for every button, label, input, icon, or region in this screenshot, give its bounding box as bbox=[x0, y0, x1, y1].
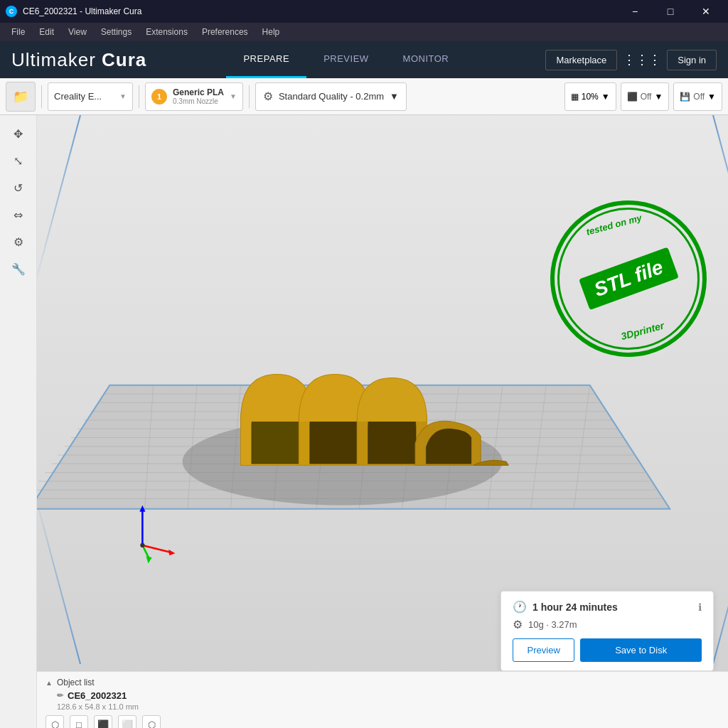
time-label: 1 hour 24 minutes bbox=[532, 601, 692, 613]
per-model-settings-button[interactable]: ⚙ bbox=[6, 229, 31, 255]
svg-marker-35 bbox=[146, 556, 151, 563]
material-name: Generic PLA bbox=[173, 87, 224, 97]
mirror-tool-button[interactable]: ⇔ bbox=[6, 202, 31, 228]
tab-monitor[interactable]: MONITOR bbox=[386, 41, 466, 78]
weight-label: 10g · 3.27m bbox=[528, 619, 577, 630]
scale-tool-button[interactable]: ⤡ bbox=[6, 148, 31, 173]
toolbar: 📁 Creality E... ▼ 1 Generic PLA 0.3mm No… bbox=[0, 78, 728, 115]
infill-icon: ▦ bbox=[571, 92, 579, 102]
nozzle-info: Generic PLA 0.3mm Nozzle bbox=[173, 87, 224, 105]
separator-1 bbox=[41, 85, 42, 108]
title-bar-controls: − □ ✕ bbox=[619, 0, 722, 23]
grid-icon[interactable]: ⋮⋮⋮ bbox=[623, 52, 661, 68]
edit-icon: ✏ bbox=[57, 691, 63, 700]
quality-icon: ⚙ bbox=[263, 90, 273, 103]
toolbar-right: ▦ 10% ▼ ⬛ Off ▼ 💾 Off ▼ bbox=[564, 82, 722, 111]
printer-dropdown-arrow: ▼ bbox=[119, 92, 127, 100]
marketplace-button[interactable]: Marketplace bbox=[545, 50, 617, 70]
object-list-chevron: ▲ bbox=[46, 679, 53, 687]
signin-button[interactable]: Sign in bbox=[667, 50, 717, 70]
title-bar-left: C CE6_2002321 - Ultimaker Cura bbox=[6, 6, 141, 17]
menu-settings[interactable]: Settings bbox=[95, 26, 137, 38]
action-buttons: Preview Save to Disk bbox=[513, 638, 702, 662]
nozzle-size: 0.3mm Nozzle bbox=[173, 97, 224, 105]
logo-bold: Cura bbox=[102, 49, 146, 70]
minimize-button[interactable]: − bbox=[619, 0, 651, 23]
menu-extensions[interactable]: Extensions bbox=[140, 26, 193, 38]
rotate-tool-button[interactable]: ↺ bbox=[6, 175, 31, 200]
support-label: Off bbox=[641, 92, 652, 102]
close-button[interactable]: ✕ bbox=[690, 0, 722, 23]
viewport[interactable]: tested on my STL file 3Dprinter 🕐 1 hour… bbox=[37, 115, 728, 728]
menu-file[interactable]: File bbox=[6, 26, 31, 38]
support-icon: ⬛ bbox=[627, 92, 638, 102]
weight-row: ⚙ 10g · 3.27m bbox=[513, 618, 702, 631]
left-sidebar: ✥ ⤡ ↺ ⇔ ⚙ 🔧 bbox=[0, 115, 37, 728]
maximize-button[interactable]: □ bbox=[654, 0, 687, 23]
adhesion-label: Off bbox=[693, 92, 705, 102]
time-icon: 🕐 bbox=[513, 600, 527, 614]
move-tool-button[interactable]: ✥ bbox=[6, 121, 31, 146]
nozzle-badge: 1 bbox=[151, 89, 167, 105]
object-filename: CE6_2002321 bbox=[68, 690, 127, 701]
weight-icon: ⚙ bbox=[513, 618, 523, 631]
quality-dropdown-arrow: ▼ bbox=[390, 91, 399, 102]
save-to-disk-button[interactable]: Save to Disk bbox=[580, 638, 702, 662]
support-blocker-button[interactable]: 🔧 bbox=[6, 256, 31, 282]
object-icon-btn-4[interactable]: ⬜ bbox=[118, 715, 136, 728]
menu-preferences[interactable]: Preferences bbox=[196, 26, 254, 38]
3d-view: tested on my STL file 3Dprinter 🕐 1 hour… bbox=[37, 115, 728, 728]
preview-button[interactable]: Preview bbox=[513, 638, 574, 662]
separator-3 bbox=[249, 85, 250, 108]
infill-selector[interactable]: ▦ 10% ▼ bbox=[564, 82, 616, 111]
object-icon-btn-5[interactable]: ⬡ bbox=[142, 715, 161, 728]
nozzle-dropdown-arrow: ▼ bbox=[230, 92, 237, 100]
svg-marker-34 bbox=[168, 550, 175, 555]
infill-arrow: ▼ bbox=[601, 92, 610, 102]
title-bar: C CE6_2002321 - Ultimaker Cura − □ ✕ bbox=[0, 0, 728, 23]
adhesion-selector[interactable]: 💾 Off ▼ bbox=[673, 82, 722, 111]
object-icon-btn-2[interactable]: □ bbox=[70, 715, 88, 728]
quality-label: Standard Quality - 0.2mm bbox=[279, 91, 384, 102]
app-icon: C bbox=[6, 6, 17, 17]
save-icon: 💾 bbox=[680, 92, 690, 102]
window-title: CE6_2002321 - Ultimaker Cura bbox=[23, 6, 141, 16]
time-row: 🕐 1 hour 24 minutes ℹ bbox=[513, 600, 702, 614]
open-folder-button[interactable]: 📁 bbox=[6, 82, 36, 112]
object-bottom-icons: ⬡ □ ⬛ ⬜ ⬡ bbox=[46, 715, 719, 728]
main-layout: ✥ ⤡ ↺ ⇔ ⚙ 🔧 bbox=[0, 115, 728, 728]
info-detail-icon[interactable]: ℹ bbox=[698, 601, 702, 613]
app-logo: Ultimaker Cura bbox=[11, 49, 146, 71]
printer-selector[interactable]: Creality E... ▼ bbox=[48, 82, 133, 111]
object-icon-btn-3[interactable]: ⬛ bbox=[94, 715, 112, 728]
support-selector[interactable]: ⬛ Off ▼ bbox=[621, 82, 670, 111]
adhesion-arrow: ▼ bbox=[707, 92, 716, 102]
separator-2 bbox=[139, 85, 139, 108]
menu-view[interactable]: View bbox=[63, 26, 92, 38]
tab-preview[interactable]: PREVIEW bbox=[306, 41, 385, 78]
svg-line-30 bbox=[142, 545, 171, 552]
object-list-header[interactable]: ▲ Object list bbox=[46, 678, 719, 687]
object-name: ✏ CE6_2002321 bbox=[57, 690, 719, 701]
infill-percent: 10% bbox=[582, 92, 599, 102]
object-dimensions: 128.6 x 54.8 x 11.0 mm bbox=[57, 702, 719, 711]
info-panel: 🕐 1 hour 24 minutes ℹ ⚙ 10g · 3.27m Prev… bbox=[500, 591, 714, 671]
nav-tabs: PREPARE PREVIEW MONITOR bbox=[226, 41, 466, 78]
menu-help[interactable]: Help bbox=[257, 26, 286, 38]
support-arrow: ▼ bbox=[654, 92, 663, 102]
object-icon-btn-1[interactable]: ⬡ bbox=[46, 715, 64, 728]
nav-bar: Ultimaker Cura PREPARE PREVIEW MONITOR M… bbox=[0, 41, 728, 78]
logo-light: Ultimaker bbox=[11, 49, 102, 70]
printer-name: Creality E... bbox=[54, 91, 102, 102]
quality-selector[interactable]: ⚙ Standard Quality - 0.2mm ▼ bbox=[255, 82, 407, 111]
nav-right: Marketplace ⋮⋮⋮ Sign in bbox=[545, 50, 717, 70]
menu-edit[interactable]: Edit bbox=[33, 26, 60, 38]
svg-point-32 bbox=[140, 543, 144, 547]
object-list-label: Object list bbox=[57, 678, 95, 687]
tab-prepare[interactable]: PREPARE bbox=[226, 41, 306, 78]
menu-bar: File Edit View Settings Extensions Prefe… bbox=[0, 23, 728, 41]
nozzle-selector[interactable]: 1 Generic PLA 0.3mm Nozzle ▼ bbox=[145, 82, 243, 111]
object-list-bar: ▲ Object list ✏ CE6_2002321 128.6 x 54.8… bbox=[37, 671, 728, 728]
